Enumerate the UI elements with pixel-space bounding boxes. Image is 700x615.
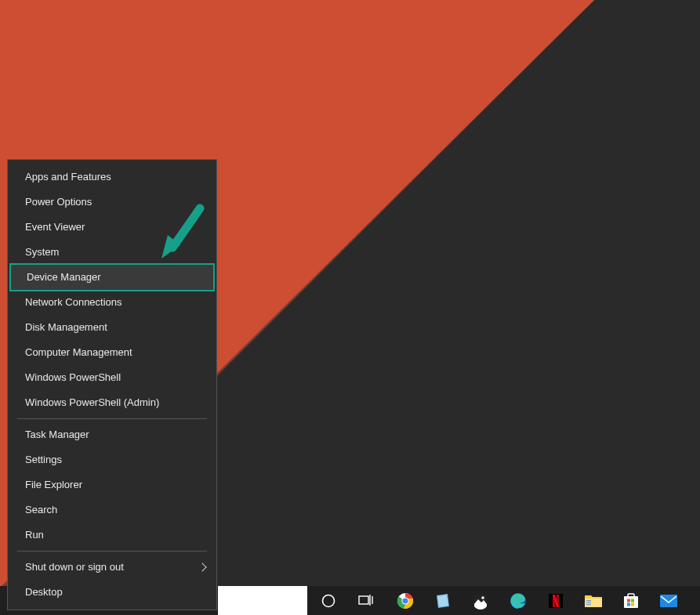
svg-rect-5 xyxy=(359,596,368,604)
menu-item-search[interactable]: Search xyxy=(8,497,216,523)
svg-rect-23 xyxy=(586,602,591,602)
taskbar-app-file-explorer[interactable] xyxy=(575,586,612,615)
menu-item-event-viewer[interactable]: Event Viewer xyxy=(8,215,216,240)
taskbar-app-notes[interactable] xyxy=(424,586,462,615)
taskbar-app-microsoft-store[interactable] xyxy=(612,586,650,615)
menu-item-run[interactable]: Run xyxy=(8,523,216,548)
svg-rect-29 xyxy=(631,602,634,606)
menu-item-label: Shut down or sign out xyxy=(25,561,124,573)
menu-item-windows-powershell[interactable]: Windows PowerShell xyxy=(8,365,216,390)
menu-item-network-connections[interactable]: Network Connections xyxy=(8,290,216,315)
menu-item-disk-management[interactable]: Disk Management xyxy=(8,315,216,340)
taskbar-app-edge[interactable] xyxy=(499,586,537,615)
taskbar-search-area[interactable] xyxy=(218,586,307,615)
cortana-icon[interactable] xyxy=(310,586,347,615)
taskbar-app-photos[interactable] xyxy=(462,586,499,615)
svg-marker-12 xyxy=(437,595,448,607)
menu-separator xyxy=(17,418,207,419)
menu-item-apps-and-features[interactable]: Apps and Features xyxy=(8,165,216,190)
svg-rect-24 xyxy=(586,604,591,605)
menu-item-computer-management[interactable]: Computer Management xyxy=(8,340,216,365)
menu-item-file-explorer[interactable]: File Explorer xyxy=(8,472,216,497)
task-view-icon[interactable] xyxy=(347,586,385,615)
svg-rect-27 xyxy=(631,599,634,602)
winx-context-menu: Apps and Features Power Options Event Vi… xyxy=(7,159,217,610)
menu-item-system[interactable]: System xyxy=(8,240,216,265)
menu-item-device-manager[interactable]: Device Manager xyxy=(9,263,215,291)
svg-rect-22 xyxy=(586,600,591,601)
svg-rect-26 xyxy=(627,599,630,602)
menu-item-power-options[interactable]: Power Options xyxy=(8,190,216,215)
menu-item-shut-down-or-sign-out[interactable]: Shut down or sign out xyxy=(8,555,216,580)
menu-item-task-manager[interactable]: Task Manager xyxy=(8,422,216,447)
svg-rect-28 xyxy=(627,602,630,606)
svg-point-10 xyxy=(402,598,408,603)
chevron-right-icon xyxy=(198,563,206,571)
menu-separator xyxy=(17,551,207,552)
menu-item-windows-powershell-admin[interactable]: Windows PowerShell (Admin) xyxy=(8,390,216,415)
taskbar-app-mail[interactable] xyxy=(650,586,687,615)
menu-item-desktop[interactable]: Desktop xyxy=(8,580,216,605)
svg-point-4 xyxy=(323,595,335,606)
taskbar-pinned-apps xyxy=(386,586,687,615)
svg-rect-30 xyxy=(660,595,677,607)
taskbar-app-chrome[interactable] xyxy=(386,586,424,615)
menu-item-settings[interactable]: Settings xyxy=(8,447,216,472)
svg-point-14 xyxy=(481,596,484,599)
taskbar-app-netflix[interactable] xyxy=(537,586,575,615)
